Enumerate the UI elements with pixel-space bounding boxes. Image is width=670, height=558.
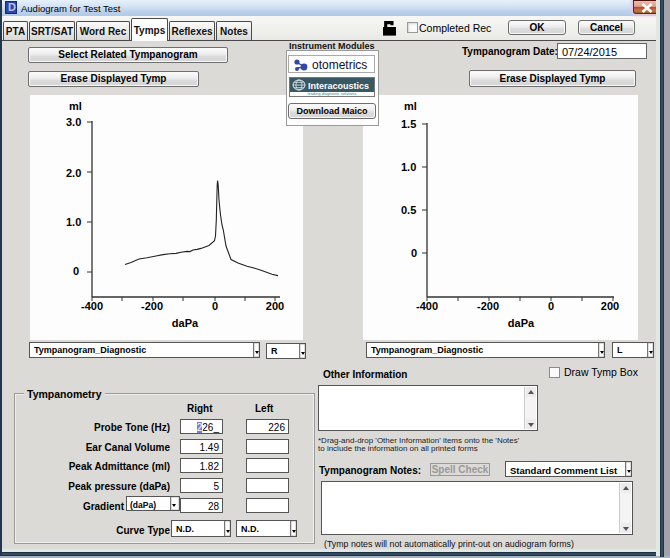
svg-text:daPa: daPa [172, 317, 199, 329]
svg-text:1.5: 1.5 [401, 118, 416, 130]
svg-text:-400: -400 [416, 300, 438, 312]
svg-text:0: 0 [73, 265, 79, 277]
svg-text:0: 0 [212, 300, 218, 312]
svg-text:1.0: 1.0 [401, 161, 416, 173]
svg-text:200: 200 [601, 300, 619, 312]
svg-text:0.5: 0.5 [401, 204, 416, 216]
svg-text:0: 0 [411, 247, 417, 259]
svg-text:0: 0 [548, 300, 554, 312]
svg-text:-400: -400 [81, 300, 103, 312]
svg-text:daPa: daPa [508, 317, 535, 329]
svg-text:2.0: 2.0 [66, 167, 81, 179]
svg-text:ml: ml [69, 100, 82, 112]
svg-text:1.0: 1.0 [66, 216, 81, 228]
svg-text:-200: -200 [141, 300, 163, 312]
svg-text:-200: -200 [477, 300, 499, 312]
svg-text:ml: ml [404, 100, 417, 112]
svg-text:3.0: 3.0 [66, 116, 81, 128]
svg-text:200: 200 [266, 300, 284, 312]
